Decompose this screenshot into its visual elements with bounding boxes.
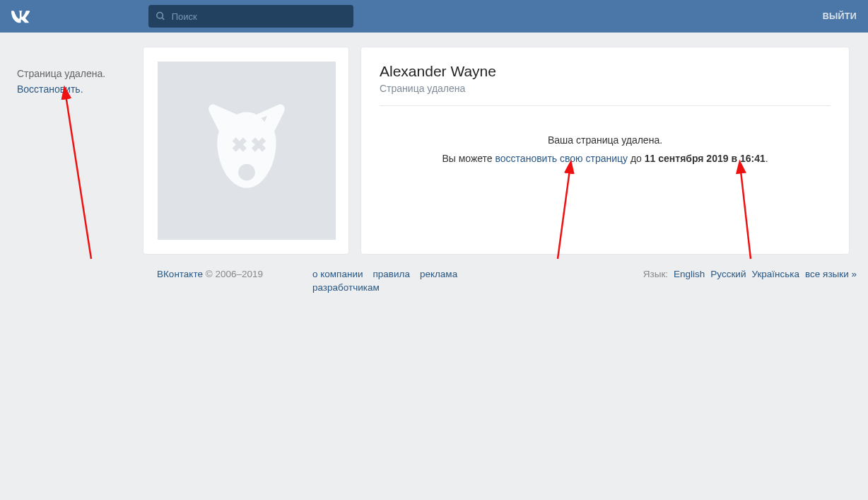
footer-copyright: © 2006–2019 xyxy=(203,269,263,279)
footer-lang-ua[interactable]: Українська xyxy=(751,269,799,279)
footer-link-rules[interactable]: правила xyxy=(373,269,409,279)
svg-point-0 xyxy=(157,13,163,19)
vk-logo-icon xyxy=(11,8,35,24)
svg-line-1 xyxy=(162,18,164,20)
deleted-heading: Ваша страница удалена. xyxy=(387,134,823,146)
sidebar-status: Страница удалена. xyxy=(17,68,143,79)
footer-lang-all[interactable]: все языки » xyxy=(805,269,857,279)
restore-prefix: Вы можете xyxy=(442,153,495,164)
profile-name: Alexander Wayne xyxy=(380,63,831,80)
footer-link-about[interactable]: о компании xyxy=(312,269,363,279)
profile-card: Alexander Wayne Страница удалена Ваша ст… xyxy=(360,47,850,255)
logout-link[interactable]: ВЫЙТИ xyxy=(823,11,857,21)
restore-page-link[interactable]: восстановить свою страницу xyxy=(495,153,628,164)
footer-link-ads[interactable]: реклама xyxy=(420,269,457,279)
footer-lang-label: Язык: xyxy=(643,269,668,279)
sidebar-restore-link[interactable]: Восстановить. xyxy=(17,83,143,95)
header: ВЫЙТИ xyxy=(0,0,868,33)
footer-brand[interactable]: ВКонтакте xyxy=(157,269,203,279)
restore-deadline: 11 сентября 2019 в 16:41 xyxy=(645,153,766,164)
search-icon xyxy=(156,11,166,22)
svg-point-2 xyxy=(238,164,255,181)
restore-middle: до xyxy=(628,153,645,164)
footer-lang-ru[interactable]: Русский xyxy=(710,269,746,279)
deleted-dog-icon xyxy=(187,91,307,211)
footer-lang-en[interactable]: English xyxy=(674,269,705,279)
footer-link-devs[interactable]: разработчикам xyxy=(312,282,380,293)
avatar-card xyxy=(143,47,349,255)
restore-sentence: Вы можете восстановить свою страницу до … xyxy=(387,153,823,164)
footer: ВКонтакте © 2006–2019 о компании правила… xyxy=(157,269,857,307)
search-input[interactable] xyxy=(172,11,346,22)
deleted-avatar xyxy=(158,62,336,240)
restore-suffix: . xyxy=(766,153,768,164)
search-box[interactable] xyxy=(148,5,353,28)
vk-logo[interactable] xyxy=(11,8,35,24)
profile-subtitle: Страница удалена xyxy=(380,83,831,106)
sidebar: Страница удалена. Восстановить. xyxy=(16,47,143,255)
